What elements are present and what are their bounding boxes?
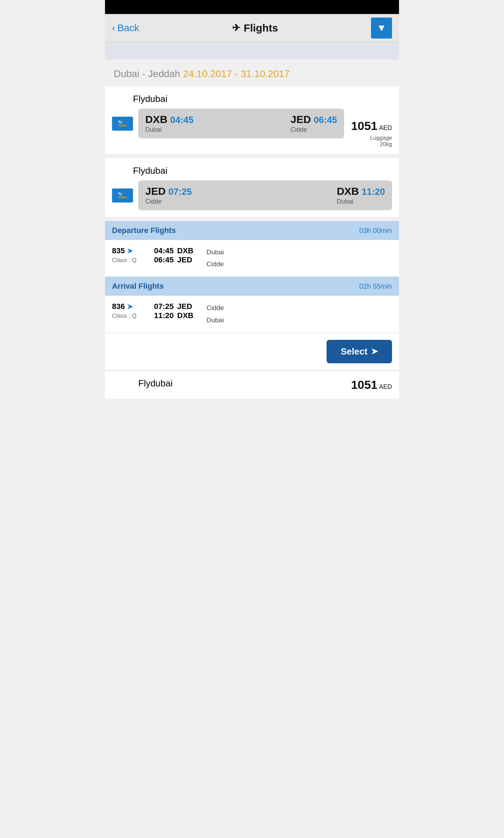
- select-button[interactable]: Select ➤: [327, 340, 392, 363]
- dep-iata: DXB: [145, 114, 167, 125]
- back-label: Back: [117, 22, 139, 34]
- price-box: 1051 AED Luggage 20kg: [344, 109, 392, 147]
- dep-tl2-time: 06:45: [154, 255, 174, 265]
- dep-flight-class: Class : Q: [112, 257, 154, 264]
- price-amount: 1051: [351, 119, 378, 132]
- select-row: Select ➤: [105, 333, 399, 370]
- arr-times-col: 07:25 JED 11:20 DXB: [154, 302, 206, 320]
- arr-flight-num: 836: [112, 302, 125, 311]
- departure-flight-number: 835 ➤: [112, 246, 154, 255]
- page-title: ✈ Flights: [232, 22, 278, 34]
- flight-card-inner-departure: fly dubai DXB 04:45 Dubai JED 06:45: [112, 109, 392, 147]
- dep-city: Dubai: [145, 126, 194, 133]
- airline-name-departure: Flydubai: [133, 94, 392, 104]
- arrival-section-title: Arrival Flights: [112, 282, 164, 291]
- airline-logo-return: fly dubai: [112, 188, 133, 202]
- arr-city-2: Dubai: [206, 314, 392, 326]
- departure-segment: DXB 04:45 Dubai JED 06:45 Cidde: [138, 109, 344, 138]
- ret-dep-time: 07:25: [168, 186, 192, 197]
- arr-iata: JED: [290, 114, 311, 125]
- arrival-flight-number: 836 ➤: [112, 302, 154, 311]
- route-separator: -: [142, 68, 148, 79]
- departure-duration: 03h 00min: [359, 227, 392, 235]
- departure-section-header: Departure Flights 03h 00min: [105, 221, 399, 240]
- airline-row-return: fly dubai JED 07:25 Cidde DXB 11:20: [112, 180, 392, 210]
- chevron-left-icon: ‹: [112, 22, 115, 34]
- page-title-text: Flights: [244, 22, 278, 34]
- dep-tl2-iata: JED: [177, 255, 192, 265]
- arrival-number-col: 836 ➤ Class : Q: [112, 302, 154, 320]
- date-range: 24.10.2017 - 31.10.2017: [183, 68, 290, 79]
- filter-icon: ▼: [377, 22, 386, 34]
- departure-section-title: Departure Flights: [112, 226, 176, 235]
- arr-time-line-1: 07:25 JED: [154, 302, 206, 311]
- price-currency: AED: [379, 124, 392, 131]
- dep-time-line-2: 06:45 JED: [154, 255, 206, 265]
- sub-header: [105, 42, 399, 60]
- arr-flight-class: Class : Q: [112, 312, 154, 320]
- arr-cities-col: Cidde Dubai: [206, 302, 392, 326]
- arr-city: Cidde: [290, 126, 337, 133]
- bottom-price-box: 1051 AED: [350, 378, 392, 392]
- plane-icon: ✈: [232, 22, 240, 34]
- dep-city-1: Dubai: [206, 246, 392, 258]
- bottom-price-currency: AED: [379, 383, 392, 390]
- logo-fly: fly: [118, 120, 127, 124]
- bottom-price-amount: 1051: [351, 378, 378, 391]
- luggage-label: Luggage: [351, 135, 392, 141]
- route-title: Dubai - Jeddah 24.10.2017 - 31.10.2017: [105, 60, 399, 87]
- logo-dubai-return: dubai: [118, 195, 127, 199]
- dep-cities-col: Dubai Cidde: [206, 246, 392, 270]
- ret-arr-iata: DXB: [337, 185, 359, 197]
- details-section: Departure Flights 03h 00min 835 ➤ Class …: [105, 221, 399, 370]
- bottom-card: Flydubai 1051 AED: [105, 370, 399, 399]
- arr-time-line-2: 11:20 DXB: [154, 311, 206, 320]
- ret-arr-time: 11:20: [362, 186, 385, 197]
- origin: Dubai: [114, 68, 139, 79]
- bottom-card-info: Flydubai: [112, 378, 350, 389]
- ret-dep-city: Cidde: [145, 198, 192, 205]
- luggage-weight: 20kg: [351, 141, 392, 147]
- ret-arr-city: Dubai: [337, 198, 385, 205]
- logo-fly-return: fly: [118, 192, 127, 195]
- arr-tl2-iata: DXB: [177, 311, 193, 320]
- arr-arrow-icon: ➤: [127, 302, 133, 311]
- airline-logo-departure: fly dubai: [112, 117, 133, 131]
- arrival-detail-row: 836 ➤ Class : Q 07:25 JED 11:20 DXB Cidd…: [105, 296, 399, 332]
- header: ‹ Back ✈ Flights ▼: [105, 14, 399, 42]
- filter-button[interactable]: ▼: [371, 18, 392, 39]
- bottom-airline: Flydubai: [138, 378, 350, 389]
- arrival-section-header: Arrival Flights 02h 55min: [105, 277, 399, 296]
- dep-arrow-icon: ➤: [127, 247, 133, 255]
- destination: Jeddah: [148, 68, 180, 79]
- dep-city-2: Cidde: [206, 258, 392, 270]
- status-bar: [105, 0, 399, 14]
- arrival-duration: 02h 55min: [359, 282, 392, 290]
- dep-times-col: 04:45 DXB 06:45 JED: [154, 246, 206, 265]
- dep-tl1-iata: DXB: [177, 246, 193, 255]
- dep-flight-num: 835: [112, 246, 125, 255]
- return-from: JED 07:25 Cidde: [145, 185, 192, 205]
- airline-row-departure: fly dubai DXB 04:45 Dubai JED 06:45: [112, 109, 344, 138]
- dep-time-line-1: 04:45 DXB: [154, 246, 206, 255]
- departure-flight-card: Flydubai fly dubai DXB 04:45 Dubai: [105, 87, 399, 155]
- ret-dep-iata: JED: [145, 185, 166, 197]
- arr-city-1: Cidde: [206, 302, 392, 314]
- back-button[interactable]: ‹ Back: [112, 22, 139, 34]
- select-label: Select: [341, 346, 368, 357]
- return-flight-card: Flydubai fly dubai JED 07:25 Cidde: [105, 158, 399, 218]
- dep-time: 04:45: [170, 115, 194, 125]
- select-chevron-icon: ➤: [371, 346, 378, 356]
- departure-detail-row: 835 ➤ Class : Q 04:45 DXB 06:45 JED Duba…: [105, 240, 399, 277]
- logo-dubai: dubai: [118, 124, 127, 127]
- departure-number-col: 835 ➤ Class : Q: [112, 246, 154, 264]
- departure-from: DXB 04:45 Dubai: [145, 114, 194, 133]
- arr-time: 06:45: [314, 115, 337, 125]
- departure-to: JED 06:45 Cidde: [290, 114, 337, 133]
- arr-tl1-time: 07:25: [154, 302, 174, 311]
- arr-tl1-iata: JED: [177, 302, 192, 311]
- airline-name-return: Flydubai: [133, 165, 392, 176]
- arr-tl2-time: 11:20: [154, 311, 174, 320]
- return-to: DXB 11:20 Dubai: [337, 185, 385, 205]
- flight-card-inner-return: fly dubai JED 07:25 Cidde DXB 11:20: [112, 180, 392, 210]
